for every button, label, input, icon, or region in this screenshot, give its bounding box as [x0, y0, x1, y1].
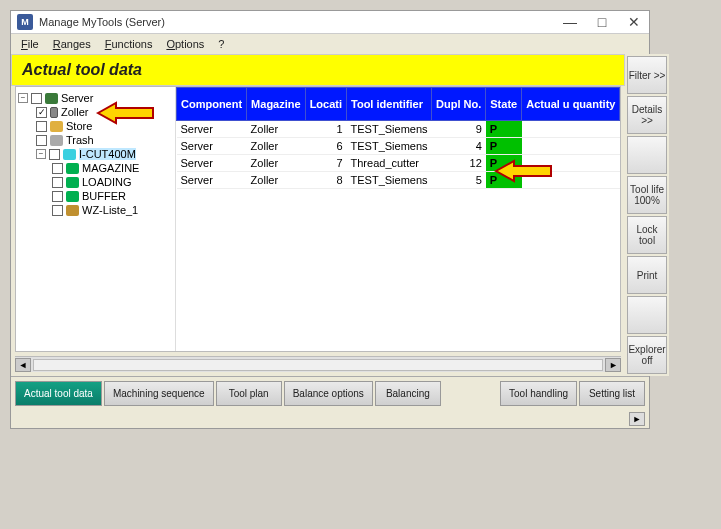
tree-node-magazine[interactable]: MAGAZINE	[82, 162, 139, 174]
titlebar: M Manage MyTools (Server) — □ ✕	[11, 11, 649, 34]
checkbox[interactable]	[31, 93, 42, 104]
collapse-icon[interactable]: −	[18, 93, 28, 103]
cell-magazine: Zoller	[247, 155, 306, 172]
close-button[interactable]: ✕	[625, 14, 643, 30]
cell-component: Server	[177, 138, 247, 155]
menu-bar: File Ranges Functions Options ?	[11, 34, 649, 54]
trash-icon	[50, 135, 63, 146]
cell-dupl-no: 12	[432, 155, 486, 172]
col-tool-id[interactable]: Tool identifier	[347, 88, 432, 121]
cell-tool-id: TEST_Siemens	[347, 121, 432, 138]
tree-node-buffer[interactable]: BUFFER	[82, 190, 126, 202]
explorer-off-button[interactable]: Explorer off	[627, 336, 666, 374]
tab-machining-sequence[interactable]: Machining sequence	[104, 381, 214, 406]
col-magazine[interactable]: Magazine	[247, 88, 306, 121]
horizontal-scrollbar[interactable]: ◄ ►	[15, 356, 621, 372]
action-sidebar: Filter >> Details >> . Tool life 100% Lo…	[625, 54, 668, 376]
buffer-icon	[66, 191, 79, 202]
empty-button[interactable]: .	[627, 136, 666, 174]
col-state[interactable]: State	[486, 88, 522, 121]
scroll-thumb[interactable]	[33, 359, 603, 371]
tab-balance-options[interactable]: Balance options	[284, 381, 373, 406]
checkbox[interactable]	[36, 107, 47, 118]
tab-setting-list[interactable]: Setting list	[579, 381, 645, 406]
cell-tool-id: TEST_Siemens	[347, 138, 432, 155]
scroll-right-icon[interactable]: ►	[605, 358, 621, 372]
col-component[interactable]: Component	[177, 88, 247, 121]
cell-tool-id: TEST_Siemens	[347, 172, 432, 189]
menu-options[interactable]: Options	[166, 38, 204, 50]
minimize-button[interactable]: —	[561, 14, 579, 30]
server-icon	[45, 93, 58, 104]
cell-dupl-no: 4	[432, 138, 486, 155]
work-area: Actual tool data − Server Zoller	[11, 54, 649, 376]
checkbox[interactable]	[36, 135, 47, 146]
cell-magazine: Zoller	[247, 138, 306, 155]
tree-node-loading[interactable]: LOADING	[82, 176, 132, 188]
menu-help[interactable]: ?	[218, 38, 224, 50]
cell-location: 7	[305, 155, 346, 172]
checkbox[interactable]	[52, 205, 63, 216]
svg-marker-0	[98, 103, 153, 123]
list-icon	[66, 205, 79, 216]
checkbox[interactable]	[52, 163, 63, 174]
menu-functions[interactable]: Functions	[105, 38, 153, 50]
tree-node-store[interactable]: Store	[66, 120, 92, 132]
tab-actual-tool-data[interactable]: Actual tool data	[15, 381, 102, 406]
cell-component: Server	[177, 121, 247, 138]
checkbox[interactable]	[52, 191, 63, 202]
table-row[interactable]: ServerZoller6TEST_Siemens4P	[177, 138, 620, 155]
annotation-arrow-left-icon	[98, 101, 158, 125]
cell-actual-qty	[522, 138, 620, 155]
checkbox[interactable]	[52, 177, 63, 188]
tree-node-machine[interactable]: I-CUT400M	[79, 148, 136, 160]
table-row[interactable]: ServerZoller1TEST_Siemens9P	[177, 121, 620, 138]
tree-node-trash[interactable]: Trash	[66, 134, 94, 146]
cell-component: Server	[177, 172, 247, 189]
tree-node-wzliste[interactable]: WZ-Liste_1	[82, 204, 138, 216]
col-actual-qty[interactable]: Actual u quantity	[522, 88, 620, 121]
scroll-left-icon[interactable]: ◄	[15, 358, 31, 372]
loading-icon	[66, 177, 79, 188]
tree-node-zoller[interactable]: Zoller	[61, 106, 89, 118]
main-panel: − Server Zoller Store	[15, 86, 621, 352]
window-title: Manage MyTools (Server)	[39, 16, 561, 28]
tool-data-grid[interactable]: Component Magazine Locati Tool identifie…	[176, 87, 620, 351]
tab-scroll-right-icon[interactable]: ►	[629, 412, 645, 426]
cell-location: 1	[305, 121, 346, 138]
cell-state: P	[486, 121, 522, 138]
cell-magazine: Zoller	[247, 172, 306, 189]
menu-ranges[interactable]: Ranges	[53, 38, 91, 50]
svg-marker-1	[496, 161, 551, 181]
cell-tool-id: Thread_cutter	[347, 155, 432, 172]
col-location[interactable]: Locati	[305, 88, 346, 121]
cell-dupl-no: 9	[432, 121, 486, 138]
tree-node-server[interactable]: Server	[61, 92, 93, 104]
menu-file[interactable]: File	[21, 38, 39, 50]
store-icon	[50, 121, 63, 132]
collapse-icon[interactable]: −	[36, 149, 46, 159]
cell-location: 8	[305, 172, 346, 189]
tab-tool-handling[interactable]: Tool handling	[500, 381, 577, 406]
bottom-tabs: Actual tool data Machining sequence Tool…	[11, 376, 649, 410]
checkbox[interactable]	[49, 149, 60, 160]
tab-tool-plan[interactable]: Tool plan	[216, 381, 282, 406]
checkbox[interactable]	[36, 121, 47, 132]
explorer-tree[interactable]: − Server Zoller Store	[16, 87, 176, 351]
tool-life-button[interactable]: Tool life 100%	[627, 176, 666, 214]
print-button[interactable]: Print	[627, 256, 666, 294]
cell-state: P	[486, 138, 522, 155]
cell-dupl-no: 5	[432, 172, 486, 189]
details-button[interactable]: Details >>	[627, 96, 666, 134]
col-dupl-no[interactable]: Dupl No.	[432, 88, 486, 121]
cell-location: 6	[305, 138, 346, 155]
lock-tool-button[interactable]: Lock tool	[627, 216, 666, 254]
empty-button[interactable]: .	[627, 296, 666, 334]
machine-icon	[63, 149, 76, 160]
tab-balancing[interactable]: Balancing	[375, 381, 441, 406]
cell-component: Server	[177, 155, 247, 172]
maximize-button[interactable]: □	[593, 14, 611, 30]
annotation-arrow-right-icon	[496, 159, 556, 183]
cell-actual-qty	[522, 121, 620, 138]
filter-button[interactable]: Filter >>	[627, 56, 666, 94]
